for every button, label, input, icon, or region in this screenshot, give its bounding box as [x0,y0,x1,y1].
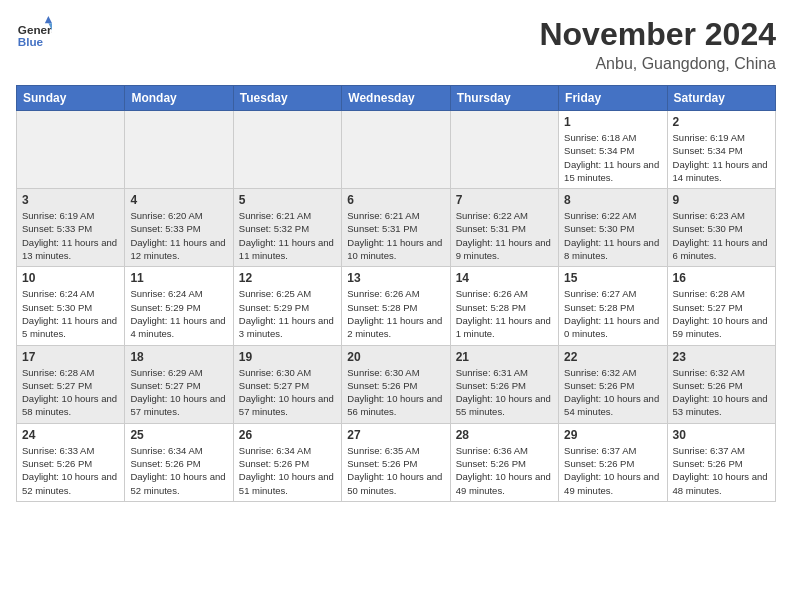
calendar-day-cell: 13Sunrise: 6:26 AM Sunset: 5:28 PM Dayli… [342,267,450,345]
calendar-day-cell [233,111,341,189]
day-number: 14 [456,271,553,285]
day-info: Sunrise: 6:24 AM Sunset: 5:30 PM Dayligh… [22,287,119,340]
day-info: Sunrise: 6:26 AM Sunset: 5:28 PM Dayligh… [456,287,553,340]
calendar-day-cell: 3Sunrise: 6:19 AM Sunset: 5:33 PM Daylig… [17,189,125,267]
day-number: 29 [564,428,661,442]
day-info: Sunrise: 6:23 AM Sunset: 5:30 PM Dayligh… [673,209,770,262]
page-subtitle: Anbu, Guangdong, China [539,55,776,73]
calendar-week-row: 17Sunrise: 6:28 AM Sunset: 5:27 PM Dayli… [17,345,776,423]
calendar-weekday-header: Tuesday [233,86,341,111]
calendar-day-cell: 5Sunrise: 6:21 AM Sunset: 5:32 PM Daylig… [233,189,341,267]
day-info: Sunrise: 6:18 AM Sunset: 5:34 PM Dayligh… [564,131,661,184]
day-number: 25 [130,428,227,442]
day-number: 6 [347,193,444,207]
calendar-week-row: 10Sunrise: 6:24 AM Sunset: 5:30 PM Dayli… [17,267,776,345]
calendar-week-row: 3Sunrise: 6:19 AM Sunset: 5:33 PM Daylig… [17,189,776,267]
calendar-day-cell: 4Sunrise: 6:20 AM Sunset: 5:33 PM Daylig… [125,189,233,267]
logo-icon: General Blue [16,16,52,52]
calendar-day-cell: 28Sunrise: 6:36 AM Sunset: 5:26 PM Dayli… [450,423,558,501]
day-number: 11 [130,271,227,285]
calendar-day-cell: 12Sunrise: 6:25 AM Sunset: 5:29 PM Dayli… [233,267,341,345]
calendar-day-cell [17,111,125,189]
calendar-day-cell: 7Sunrise: 6:22 AM Sunset: 5:31 PM Daylig… [450,189,558,267]
day-number: 5 [239,193,336,207]
day-info: Sunrise: 6:37 AM Sunset: 5:26 PM Dayligh… [564,444,661,497]
calendar-header-row: SundayMondayTuesdayWednesdayThursdayFrid… [17,86,776,111]
day-info: Sunrise: 6:27 AM Sunset: 5:28 PM Dayligh… [564,287,661,340]
day-info: Sunrise: 6:32 AM Sunset: 5:26 PM Dayligh… [673,366,770,419]
calendar-day-cell: 10Sunrise: 6:24 AM Sunset: 5:30 PM Dayli… [17,267,125,345]
calendar-day-cell [342,111,450,189]
calendar-day-cell: 2Sunrise: 6:19 AM Sunset: 5:34 PM Daylig… [667,111,775,189]
day-number: 16 [673,271,770,285]
calendar-day-cell: 19Sunrise: 6:30 AM Sunset: 5:27 PM Dayli… [233,345,341,423]
calendar-day-cell [450,111,558,189]
day-info: Sunrise: 6:21 AM Sunset: 5:31 PM Dayligh… [347,209,444,262]
day-info: Sunrise: 6:24 AM Sunset: 5:29 PM Dayligh… [130,287,227,340]
day-number: 10 [22,271,119,285]
calendar-day-cell: 20Sunrise: 6:30 AM Sunset: 5:26 PM Dayli… [342,345,450,423]
calendar-day-cell [125,111,233,189]
day-info: Sunrise: 6:31 AM Sunset: 5:26 PM Dayligh… [456,366,553,419]
day-info: Sunrise: 6:29 AM Sunset: 5:27 PM Dayligh… [130,366,227,419]
calendar-weekday-header: Monday [125,86,233,111]
calendar-day-cell: 16Sunrise: 6:28 AM Sunset: 5:27 PM Dayli… [667,267,775,345]
day-number: 19 [239,350,336,364]
day-info: Sunrise: 6:33 AM Sunset: 5:26 PM Dayligh… [22,444,119,497]
day-number: 17 [22,350,119,364]
day-number: 1 [564,115,661,129]
day-info: Sunrise: 6:19 AM Sunset: 5:34 PM Dayligh… [673,131,770,184]
calendar-day-cell: 18Sunrise: 6:29 AM Sunset: 5:27 PM Dayli… [125,345,233,423]
day-number: 13 [347,271,444,285]
day-info: Sunrise: 6:30 AM Sunset: 5:26 PM Dayligh… [347,366,444,419]
day-info: Sunrise: 6:25 AM Sunset: 5:29 PM Dayligh… [239,287,336,340]
calendar-day-cell: 23Sunrise: 6:32 AM Sunset: 5:26 PM Dayli… [667,345,775,423]
day-number: 3 [22,193,119,207]
calendar-day-cell: 27Sunrise: 6:35 AM Sunset: 5:26 PM Dayli… [342,423,450,501]
day-number: 22 [564,350,661,364]
day-info: Sunrise: 6:28 AM Sunset: 5:27 PM Dayligh… [673,287,770,340]
day-info: Sunrise: 6:22 AM Sunset: 5:31 PM Dayligh… [456,209,553,262]
calendar-week-row: 24Sunrise: 6:33 AM Sunset: 5:26 PM Dayli… [17,423,776,501]
day-number: 20 [347,350,444,364]
day-info: Sunrise: 6:32 AM Sunset: 5:26 PM Dayligh… [564,366,661,419]
day-number: 26 [239,428,336,442]
calendar-table: SundayMondayTuesdayWednesdayThursdayFrid… [16,85,776,502]
title-section: November 2024 Anbu, Guangdong, China [539,16,776,73]
day-info: Sunrise: 6:26 AM Sunset: 5:28 PM Dayligh… [347,287,444,340]
day-info: Sunrise: 6:19 AM Sunset: 5:33 PM Dayligh… [22,209,119,262]
calendar-weekday-header: Sunday [17,86,125,111]
calendar-day-cell: 30Sunrise: 6:37 AM Sunset: 5:26 PM Dayli… [667,423,775,501]
calendar-weekday-header: Thursday [450,86,558,111]
day-info: Sunrise: 6:34 AM Sunset: 5:26 PM Dayligh… [239,444,336,497]
calendar-day-cell: 8Sunrise: 6:22 AM Sunset: 5:30 PM Daylig… [559,189,667,267]
calendar-day-cell: 22Sunrise: 6:32 AM Sunset: 5:26 PM Dayli… [559,345,667,423]
calendar-weekday-header: Friday [559,86,667,111]
day-number: 12 [239,271,336,285]
calendar-day-cell: 14Sunrise: 6:26 AM Sunset: 5:28 PM Dayli… [450,267,558,345]
day-number: 7 [456,193,553,207]
calendar-weekday-header: Wednesday [342,86,450,111]
day-info: Sunrise: 6:37 AM Sunset: 5:26 PM Dayligh… [673,444,770,497]
day-info: Sunrise: 6:36 AM Sunset: 5:26 PM Dayligh… [456,444,553,497]
day-info: Sunrise: 6:21 AM Sunset: 5:32 PM Dayligh… [239,209,336,262]
day-number: 18 [130,350,227,364]
day-number: 28 [456,428,553,442]
day-number: 21 [456,350,553,364]
day-info: Sunrise: 6:28 AM Sunset: 5:27 PM Dayligh… [22,366,119,419]
svg-text:Blue: Blue [18,35,44,48]
calendar-day-cell: 15Sunrise: 6:27 AM Sunset: 5:28 PM Dayli… [559,267,667,345]
day-number: 8 [564,193,661,207]
calendar-day-cell: 21Sunrise: 6:31 AM Sunset: 5:26 PM Dayli… [450,345,558,423]
calendar-day-cell: 1Sunrise: 6:18 AM Sunset: 5:34 PM Daylig… [559,111,667,189]
calendar-day-cell: 11Sunrise: 6:24 AM Sunset: 5:29 PM Dayli… [125,267,233,345]
page-header: General Blue November 2024 Anbu, Guangdo… [16,16,776,73]
calendar-day-cell: 24Sunrise: 6:33 AM Sunset: 5:26 PM Dayli… [17,423,125,501]
day-number: 4 [130,193,227,207]
calendar-day-cell: 25Sunrise: 6:34 AM Sunset: 5:26 PM Dayli… [125,423,233,501]
day-number: 15 [564,271,661,285]
calendar-day-cell: 6Sunrise: 6:21 AM Sunset: 5:31 PM Daylig… [342,189,450,267]
day-info: Sunrise: 6:22 AM Sunset: 5:30 PM Dayligh… [564,209,661,262]
day-info: Sunrise: 6:35 AM Sunset: 5:26 PM Dayligh… [347,444,444,497]
calendar-day-cell: 9Sunrise: 6:23 AM Sunset: 5:30 PM Daylig… [667,189,775,267]
